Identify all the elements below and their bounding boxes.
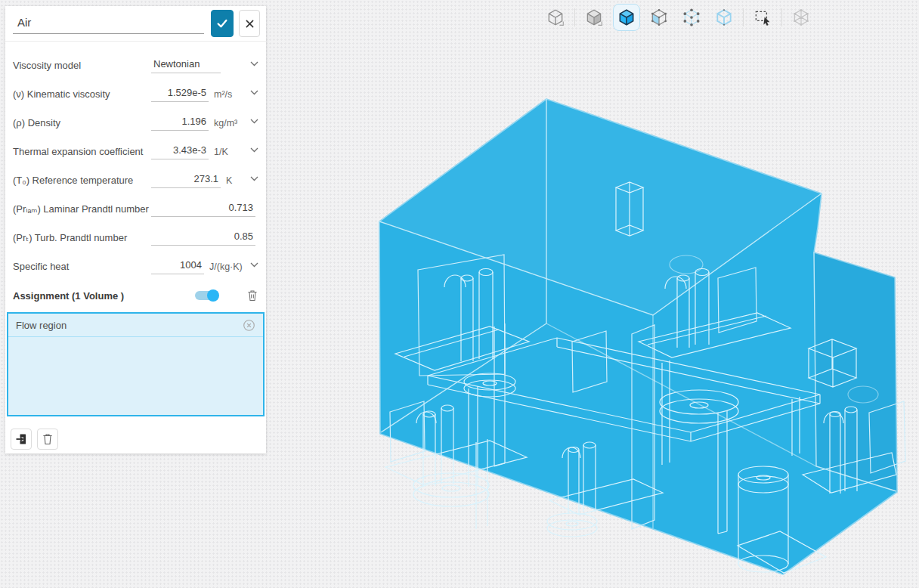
specific-heat-input[interactable]: 1004 <box>151 258 204 274</box>
turbulent-prandtl-input[interactable]: 0.85 <box>151 230 255 246</box>
cube-solid-blue-icon <box>617 8 636 27</box>
confirm-button[interactable] <box>211 10 234 37</box>
reference-temperature-label: (T₀) Reference temperature <box>13 175 151 186</box>
assignment-row: Assignment (1 Volume ) <box>5 282 266 309</box>
row-kinematic-viscosity: (ν) Kinematic viscosity 1.529e-5 m²/s <box>13 79 258 108</box>
chevron-down-icon[interactable] <box>250 90 258 95</box>
row-reference-temperature: (T₀) Reference temperature 273.1 K <box>13 166 258 194</box>
import-document-icon <box>15 433 27 445</box>
thermal-expansion-label: Thermal expansion coefficient <box>13 146 151 157</box>
row-thermal-expansion: Thermal expansion coefficient 3.43e-3 1/… <box>13 137 258 166</box>
cancel-button[interactable] <box>239 10 260 37</box>
reference-temperature-input[interactable]: 273.1 <box>151 172 221 188</box>
render-modes-button[interactable] <box>580 4 608 31</box>
standard-views-button[interactable] <box>542 4 569 31</box>
toolbar-separator <box>574 8 575 26</box>
cube-face-highlight-icon <box>649 8 669 27</box>
row-viscosity-model: Viscosity model Newtonian <box>13 51 258 79</box>
specific-heat-unit: J/(kg·K) <box>209 262 243 274</box>
laminar-prandtl-input[interactable]: 0.713 <box>151 201 255 217</box>
marquee-cursor-icon <box>753 8 772 27</box>
isolate-geometry-button <box>787 4 815 31</box>
row-density: (ρ) Density 1.196 kg/m³ <box>13 108 258 137</box>
cube-edges-blue-icon <box>714 8 734 27</box>
assignment-item-flow-region[interactable]: Flow region <box>8 314 263 337</box>
property-rows: Viscosity model Newtonian (ν) Kinematic … <box>5 42 266 280</box>
row-specific-heat: Specific heat 1004 J/(kg·K) <box>13 252 258 280</box>
assignment-label: Assignment (1 Volume ) <box>13 290 195 302</box>
toolbar-separator <box>743 8 744 26</box>
specific-heat-label: Specific heat <box>13 261 151 272</box>
viscosity-model-label: Viscosity model <box>13 60 151 71</box>
viewport-toolbar <box>542 4 815 31</box>
kinematic-viscosity-unit: m²/s <box>214 89 232 102</box>
density-input[interactable]: 1.196 <box>151 115 209 131</box>
delete-button[interactable] <box>37 429 58 450</box>
material-name-input[interactable]: Air <box>13 14 204 34</box>
toggle-knob <box>207 289 219 302</box>
chevron-down-icon[interactable] <box>250 147 258 153</box>
flow-region-body[interactable] <box>379 99 897 574</box>
toolbar-separator <box>781 8 782 26</box>
chevron-down-icon[interactable] <box>250 119 258 124</box>
select-faces-button[interactable] <box>645 4 673 31</box>
cube-shaded-icon <box>584 8 604 27</box>
close-icon <box>246 20 254 28</box>
select-vertices-button[interactable] <box>678 4 705 31</box>
cube-grid-icon <box>791 8 811 27</box>
reference-temperature-unit: K <box>226 175 232 188</box>
trash-icon <box>42 432 54 446</box>
panel-header: Air <box>5 6 266 42</box>
trash-icon[interactable] <box>246 289 258 302</box>
turbulent-prandtl-label: (Prₜ) Turb. Prandtl number <box>13 232 151 243</box>
chevron-down-icon[interactable] <box>250 61 258 67</box>
row-laminar-prandtl: (Prₗₐₘ) Laminar Prandtl number 0.713 <box>13 194 258 223</box>
select-edges-button[interactable] <box>710 4 738 31</box>
cube-vertices-icon <box>682 8 701 27</box>
density-label: (ρ) Density <box>13 117 151 128</box>
assignment-selection-list: Flow region <box>7 312 265 416</box>
panel-footer <box>5 416 266 450</box>
material-settings-panel: Air Viscosity model Newtonian (ν) Kinema… <box>5 6 266 453</box>
assignment-toggle[interactable] <box>195 291 218 300</box>
laminar-prandtl-label: (Prₗₐₘ) Laminar Prandtl number <box>13 203 151 215</box>
thermal-expansion-unit: 1/K <box>214 147 228 159</box>
thermal-expansion-input[interactable]: 3.43e-3 <box>151 144 209 159</box>
viscosity-model-select[interactable]: Newtonian <box>151 57 221 73</box>
remove-assignment-icon[interactable] <box>243 319 255 332</box>
chevron-down-icon[interactable] <box>250 176 258 181</box>
kinematic-viscosity-label: (ν) Kinematic viscosity <box>13 88 151 100</box>
kinematic-viscosity-input[interactable]: 1.529e-5 <box>151 86 209 102</box>
box-select-button[interactable] <box>749 4 776 31</box>
density-unit: kg/m³ <box>214 118 237 131</box>
select-volumes-button[interactable] <box>613 4 640 31</box>
import-button[interactable] <box>11 429 32 450</box>
assignment-item-label: Flow region <box>16 320 243 331</box>
row-turbulent-prandtl: (Prₜ) Turb. Prandtl number 0.85 <box>13 223 258 252</box>
cube-outline-icon <box>546 8 565 27</box>
check-icon <box>216 18 228 29</box>
chevron-down-icon[interactable] <box>250 262 258 268</box>
